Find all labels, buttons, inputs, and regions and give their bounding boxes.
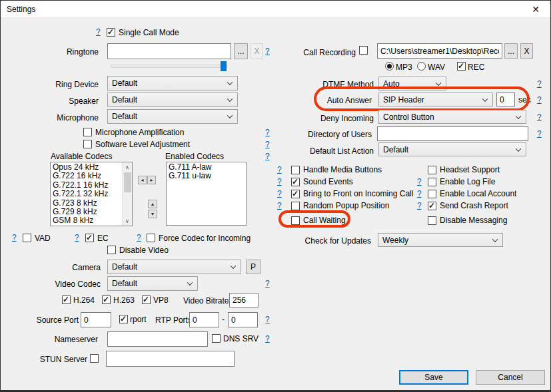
- help-auto-answer[interactable]: ?: [537, 95, 542, 104]
- help-handle-media-buttons[interactable]: ?: [277, 165, 286, 174]
- help-deny-incoming[interactable]: ?: [537, 112, 542, 122]
- dtmf-method-select[interactable]: Auto: [378, 77, 446, 91]
- disable-video-checkbox[interactable]: [107, 246, 116, 254]
- rtp-port-from-input[interactable]: [189, 312, 219, 327]
- scroll-up-icon[interactable]: ∧: [123, 162, 133, 172]
- ringtone-input[interactable]: [107, 43, 231, 59]
- nameserver-input[interactable]: [107, 331, 208, 347]
- help-directory[interactable]: ?: [537, 129, 542, 138]
- help-mic-amplification[interactable]: ?: [265, 128, 270, 137]
- check-for-updates-select[interactable]: Weekly: [378, 233, 503, 247]
- send-crash-report-checkbox[interactable]: [428, 202, 436, 210]
- codec-item[interactable]: G.711 u-law: [169, 172, 246, 180]
- wav-radio[interactable]: [417, 62, 426, 71]
- save-button[interactable]: Save: [399, 370, 468, 385]
- auto-answer-select[interactable]: SIP Header: [378, 93, 493, 106]
- camera-preview-button[interactable]: P: [246, 260, 261, 274]
- ringtone-volume-handle[interactable]: [221, 61, 227, 71]
- source-port-input[interactable]: [81, 312, 111, 327]
- help-single-call-mode[interactable]: ?: [96, 27, 101, 37]
- mic-amplification-checkbox[interactable]: [83, 128, 92, 136]
- rtp-port-to-input[interactable]: [228, 312, 258, 327]
- codec-item[interactable]: G.722.1 32 kHz: [53, 190, 122, 198]
- auto-answer-delay-input[interactable]: [496, 93, 515, 106]
- deny-incoming-select[interactable]: Control Button: [378, 110, 526, 124]
- sound-events-checkbox[interactable]: [291, 178, 300, 186]
- codec-item[interactable]: GSM 8 kHz: [53, 216, 122, 225]
- codec-item[interactable]: Opus 24 kHz: [53, 163, 122, 172]
- help-nameserver[interactable]: ?: [265, 334, 270, 343]
- help-dtmf[interactable]: ?: [537, 79, 542, 89]
- call-waiting-checkbox[interactable]: [291, 216, 300, 225]
- ringtone-clear-button[interactable]: X: [251, 43, 263, 59]
- rport-checkbox[interactable]: [119, 315, 128, 323]
- help-send-crash-report[interactable]: ?: [417, 201, 424, 210]
- speaker-select[interactable]: Default: [107, 93, 238, 107]
- handle-media-buttons-checkbox[interactable]: [291, 166, 300, 174]
- help-software-level[interactable]: ?: [265, 140, 270, 149]
- scrollbar-thumb[interactable]: [124, 172, 131, 192]
- codec-list-scrollbar[interactable]: ∧ ∨: [122, 162, 132, 226]
- ec-checkbox[interactable]: [85, 234, 94, 242]
- help-vad[interactable]: ?: [12, 233, 17, 242]
- video-bitrate-input[interactable]: [229, 293, 259, 307]
- enabled-codecs-list[interactable]: G.711 A-lawG.711 u-law: [166, 162, 247, 226]
- vad-checkbox[interactable]: [23, 234, 31, 242]
- codec-item[interactable]: G.723 8 kHz: [53, 199, 122, 208]
- codec-item[interactable]: G.722 16 kHz: [53, 172, 122, 180]
- software-level-checkbox[interactable]: [83, 140, 92, 148]
- codec-move-up-button[interactable]: ▴: [148, 200, 157, 208]
- camera-select[interactable]: Default: [107, 260, 241, 274]
- close-icon[interactable]: ✕: [528, 3, 543, 15]
- scroll-down-icon[interactable]: ∨: [123, 216, 133, 226]
- random-popup-position-checkbox[interactable]: [291, 202, 300, 210]
- h263-checkbox[interactable]: [102, 295, 111, 304]
- microphone-value: Default: [112, 112, 137, 121]
- enable-local-account-checkbox[interactable]: [428, 190, 436, 198]
- mp3-radio[interactable]: [385, 62, 394, 71]
- default-list-action-select[interactable]: Default: [378, 142, 526, 156]
- codec-move-down-button[interactable]: ▾: [148, 210, 157, 218]
- ring-device-select[interactable]: Default: [107, 76, 238, 91]
- microphone-select[interactable]: Default: [107, 109, 238, 124]
- help-rtp-ports[interactable]: ?: [265, 315, 270, 324]
- vp8-checkbox[interactable]: [142, 295, 151, 304]
- single-call-mode-checkbox[interactable]: [107, 28, 115, 37]
- help-random-popup-position[interactable]: ?: [277, 201, 286, 210]
- rec-checkbox[interactable]: [457, 62, 466, 71]
- help-ec[interactable]: ?: [75, 233, 79, 242]
- bring-to-front-on-incoming-call-checkbox[interactable]: [291, 190, 300, 198]
- recording-path-input[interactable]: [377, 43, 502, 59]
- ringtone-volume-track[interactable]: [111, 65, 227, 68]
- codec-item[interactable]: G.722.1 16 kHz: [53, 181, 122, 190]
- stun-server-checkbox[interactable]: [90, 354, 99, 363]
- chevron-down-icon: [227, 80, 233, 85]
- available-codecs-list[interactable]: Opus 24 kHzG.722 16 kHzG.722.1 16 kHzG.7…: [50, 162, 133, 226]
- codec-move-right-button[interactable]: ▸: [147, 176, 156, 184]
- help-enable-local-account[interactable]: ?: [417, 189, 424, 198]
- enable-log-file-checkbox[interactable]: [428, 178, 436, 186]
- help-enable-log-file[interactable]: ?: [417, 177, 424, 186]
- codec-item[interactable]: G.711 A-law: [169, 163, 246, 172]
- video-codec-select[interactable]: Default: [107, 276, 198, 291]
- help-video-codec[interactable]: ?: [265, 279, 270, 288]
- disable-messaging-checkbox[interactable]: [428, 216, 436, 225]
- force-codec-checkbox[interactable]: [147, 234, 155, 242]
- help-force-codec[interactable]: ?: [137, 233, 141, 242]
- headset-support-checkbox[interactable]: [428, 166, 436, 174]
- codec-move-left-button[interactable]: ◂: [138, 176, 147, 184]
- h264-checkbox[interactable]: [62, 295, 71, 304]
- stun-server-input[interactable]: [106, 351, 235, 367]
- help-bring-to-front-on-incoming-call[interactable]: ?: [277, 189, 286, 198]
- help-codecs[interactable]: ?: [265, 152, 270, 161]
- help-ringtone[interactable]: ?: [265, 47, 270, 56]
- dns-srv-checkbox[interactable]: [212, 334, 221, 343]
- ringtone-browse-button[interactable]: ...: [234, 43, 248, 59]
- directory-of-users-input[interactable]: [377, 126, 528, 141]
- call-recording-checkbox[interactable]: [359, 46, 368, 55]
- cancel-button[interactable]: Cancel: [476, 370, 545, 385]
- help-sound-events[interactable]: ?: [277, 177, 286, 186]
- recording-clear-button[interactable]: X: [520, 43, 533, 59]
- recording-browse-button[interactable]: ...: [504, 43, 518, 59]
- codec-item[interactable]: G.729 8 kHz: [53, 208, 122, 216]
